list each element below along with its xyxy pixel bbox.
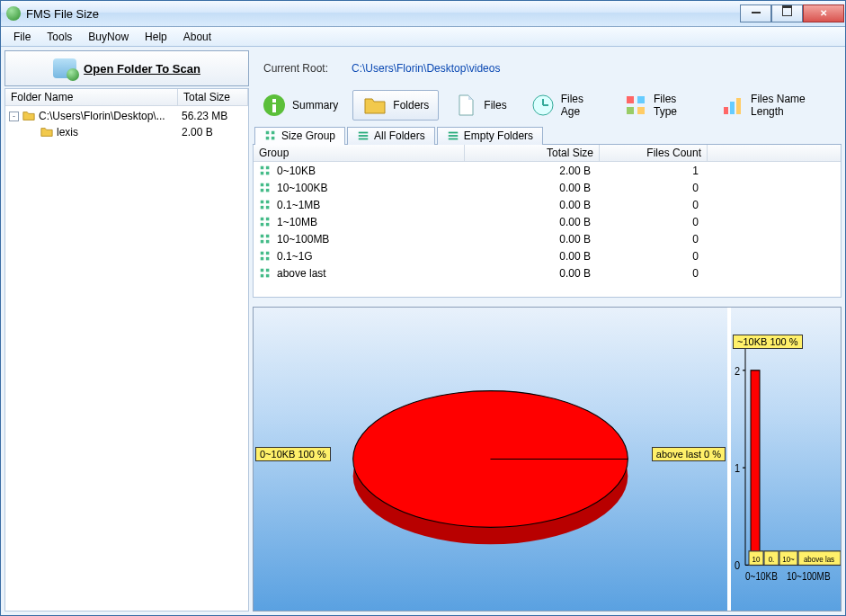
right-panel: SummaryFoldersFilesFiles AgeFiles TypeFi… <box>253 88 842 612</box>
toolbar-filesname[interactable]: Files Name Length <box>711 90 842 121</box>
size-bucket-icon <box>259 199 272 211</box>
close-button[interactable] <box>803 4 844 22</box>
grid-row[interactable]: 10~100KB0.00 B0 <box>254 179 841 196</box>
cell-count: 0 <box>600 199 708 211</box>
tree-row[interactable]: lexis2.00 B <box>7 124 246 140</box>
cell-group: 10~100KB <box>277 182 327 194</box>
svg-rect-11 <box>730 102 735 114</box>
svg-rect-7 <box>637 96 645 103</box>
bar-chart: 2 1 0 10 0. 10~ <box>731 308 841 611</box>
filesname-icon <box>720 93 745 118</box>
toolbar-label: Files Name Length <box>751 93 833 118</box>
svg-rect-32 <box>261 205 264 209</box>
svg-rect-33 <box>266 200 270 203</box>
svg-rect-15 <box>272 131 275 135</box>
svg-rect-10 <box>724 107 728 114</box>
filestype-icon <box>623 93 648 118</box>
svg-rect-28 <box>261 188 264 192</box>
subtab-emptyfolders[interactable]: Empty Folders <box>437 127 543 145</box>
grid-row[interactable]: 0.1~1G0.00 B0 <box>254 247 841 264</box>
svg-rect-24 <box>261 171 264 174</box>
svg-rect-16 <box>272 137 275 140</box>
svg-rect-27 <box>261 183 264 186</box>
svg-text:10~100MB: 10~100MB <box>787 570 831 582</box>
col-group[interactable]: Group <box>254 145 465 161</box>
col-folder-name[interactable]: Folder Name <box>5 89 178 105</box>
toolbar-filesage[interactable]: Files Age <box>521 90 609 121</box>
svg-rect-47 <box>261 268 264 272</box>
col-total-size[interactable]: Total Size <box>178 89 248 105</box>
cell-group: 10~100MB <box>277 233 329 246</box>
toolbar-filestype[interactable]: Files Type <box>614 90 706 121</box>
tree-row[interactable]: -C:\Users\Florin\Desktop\...56.23 MB <box>7 108 246 124</box>
folder-tree[interactable]: -C:\Users\Florin\Desktop\...56.23 MBlexi… <box>5 106 248 611</box>
subtab-allfolders[interactable]: All Folders <box>347 127 435 145</box>
client-area: Open Folder To Scan Current Root: C:\Use… <box>1 47 845 615</box>
svg-rect-34 <box>266 205 270 209</box>
svg-rect-14 <box>266 137 270 140</box>
svg-rect-36 <box>261 222 264 226</box>
menu-buynow[interactable]: BuyNow <box>81 29 136 45</box>
size-bucket-icon <box>259 216 272 228</box>
svg-rect-48 <box>261 273 264 277</box>
svg-text:above las: above las <box>804 554 835 564</box>
current-root-path: C:\Users\Florin\Desktop\videos <box>352 62 500 75</box>
svg-rect-6 <box>627 96 634 103</box>
cell-group: 0~10KB <box>277 165 316 177</box>
svg-rect-1 <box>272 99 276 103</box>
folder-tree-panel: Folder Name Total Size -C:\Users\Florin\… <box>4 88 249 612</box>
cell-group: 0.1~1G <box>277 250 313 263</box>
open-folder-button[interactable]: Open Folder To Scan <box>4 50 249 86</box>
col-total[interactable]: Total Size <box>465 145 600 161</box>
svg-rect-38 <box>266 222 270 226</box>
svg-rect-30 <box>266 188 270 192</box>
cell-count: 0 <box>600 216 708 228</box>
minimize-button[interactable] <box>740 4 771 22</box>
svg-rect-41 <box>266 234 270 237</box>
folders-icon <box>362 93 387 118</box>
menu-help[interactable]: Help <box>138 29 174 45</box>
size-bucket-icon <box>259 182 272 194</box>
svg-rect-2 <box>272 104 276 112</box>
size-bucket-icon <box>259 165 272 177</box>
cell-count: 0 <box>600 267 708 280</box>
cell-group: above last <box>277 267 326 280</box>
grid-row[interactable]: above last0.00 B0 <box>254 264 841 281</box>
subtab-label: Size Group <box>281 129 335 142</box>
cell-group: 0.1~1MB <box>277 199 320 211</box>
cell-count: 0 <box>600 250 708 263</box>
filesage-icon <box>530 93 556 118</box>
svg-rect-44 <box>261 256 264 260</box>
svg-text:0.: 0. <box>769 554 775 564</box>
open-folder-label: Open Folder To Scan <box>84 62 200 76</box>
maximize-button[interactable] <box>771 4 803 22</box>
svg-rect-49 <box>266 268 270 272</box>
tree-node-name: lexis <box>57 126 176 138</box>
size-bucket-icon <box>259 267 272 280</box>
tree-expander[interactable]: - <box>9 112 19 121</box>
menu-about[interactable]: About <box>176 29 218 45</box>
svg-text:0: 0 <box>735 558 740 572</box>
toolbar-summary[interactable]: Summary <box>253 90 347 121</box>
pie-chart: 0~10KB 100 % above last 0 % <box>254 308 731 611</box>
files-icon <box>453 93 478 118</box>
svg-rect-29 <box>266 183 270 186</box>
window-buttons <box>740 4 844 22</box>
subtabs: Size GroupAll FoldersEmpty Folders <box>253 126 842 145</box>
subtab-sizegroup[interactable]: Size Group <box>254 127 345 145</box>
svg-text:10~: 10~ <box>782 554 795 564</box>
titlebar: FMS File Size <box>1 1 845 27</box>
col-count[interactable]: Files Count <box>600 145 708 161</box>
menu-file[interactable]: File <box>6 29 38 45</box>
grid-row[interactable]: 1~10MB0.00 B0 <box>254 213 841 230</box>
toolbar-folders[interactable]: Folders <box>352 90 439 121</box>
grid-row[interactable]: 0.1~1MB0.00 B0 <box>254 196 841 213</box>
cell-total: 0.00 B <box>465 216 600 228</box>
subtab-label: Empty Folders <box>464 129 533 142</box>
grid-row[interactable]: 10~100MB0.00 B0 <box>254 230 841 247</box>
grid-row[interactable]: 0~10KB2.00 B1 <box>254 162 841 179</box>
svg-rect-12 <box>736 98 741 114</box>
toolbar-files[interactable]: Files <box>444 90 515 121</box>
menu-tools[interactable]: Tools <box>40 29 79 45</box>
toolbar-label: Files <box>484 99 506 112</box>
